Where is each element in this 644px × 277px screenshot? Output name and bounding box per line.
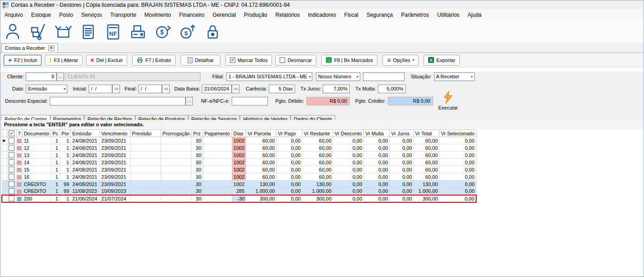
cell[interactable]: 60,00 <box>302 137 333 144</box>
exportar-button[interactable]: X Exportar <box>424 55 460 66</box>
cell[interactable]: 0,00 <box>390 144 414 152</box>
select-all-checkbox[interactable]: ✓ <box>9 130 14 136</box>
column-header[interactable]: Prorrogação <box>161 130 191 137</box>
cell[interactable]: 0,00 <box>364 181 390 188</box>
cell[interactable]: 1 <box>51 159 60 166</box>
cell[interactable]: 30 <box>191 188 203 195</box>
cell[interactable]: 1002 <box>232 159 246 166</box>
desconto-lookup-button[interactable]: ... <box>186 97 193 105</box>
cell[interactable]: 0,00 <box>364 137 390 144</box>
calendar-icon[interactable]: 15 <box>112 85 120 93</box>
menu-item-arquivo[interactable]: Arquivo <box>0 10 27 19</box>
lock-icon[interactable] <box>202 22 223 42</box>
cash-register-icon[interactable] <box>128 22 148 42</box>
cell[interactable]: 23/09/2021 <box>100 137 130 144</box>
cell[interactable] <box>161 159 191 166</box>
cell[interactable] <box>203 195 232 202</box>
column-header[interactable]: Vr Pago <box>277 130 302 137</box>
box-icon[interactable] <box>53 22 74 42</box>
cell[interactable]: 0,00 <box>439 137 476 144</box>
cell[interactable] <box>161 152 191 159</box>
column-header[interactable]: Vr Selecionado <box>439 130 476 137</box>
cell[interactable]: 0,00 <box>333 173 364 181</box>
cell[interactable]: 60,00 <box>302 166 333 173</box>
cell[interactable] <box>203 144 232 152</box>
cell[interactable]: 1 <box>51 144 60 152</box>
cell[interactable]: 1.000,00 <box>414 188 439 195</box>
column-header[interactable]: ? <box>16 130 22 137</box>
menu-item-ajuda[interactable]: Ajuda <box>463 10 486 19</box>
menu-item-produção[interactable]: Produção <box>240 10 271 19</box>
cell[interactable]: 300,00 <box>246 195 277 202</box>
cell[interactable]: 0,00 <box>364 188 390 195</box>
carencia-input[interactable] <box>269 85 295 93</box>
handtruck-icon[interactable] <box>28 22 49 42</box>
cell[interactable] <box>130 159 161 166</box>
cell[interactable]: 60,00 <box>302 152 333 159</box>
inicial-input[interactable] <box>89 85 112 93</box>
column-header[interactable]: Vencimento <box>100 130 130 137</box>
cell[interactable]: -30 <box>232 195 246 202</box>
marcar-todos-button[interactable]: ✓ Marcar Todos <box>225 55 272 66</box>
cell[interactable]: 0,00 <box>364 173 390 181</box>
cell[interactable]: 0,00 <box>390 166 414 173</box>
cell[interactable]: 0,00 <box>364 166 390 173</box>
cell[interactable]: 23/09/2021 <box>100 181 130 188</box>
cell[interactable]: 23/09/2021 <box>100 159 130 166</box>
column-header[interactable]: Vr Restante <box>302 130 333 137</box>
cell[interactable]: 23/09/2021 <box>100 166 130 173</box>
column-header[interactable]: Dias <box>232 130 246 137</box>
opcoes-button[interactable]: ≡ Opções ▾ <box>382 55 419 66</box>
cell[interactable] <box>161 144 191 152</box>
column-header[interactable]: Previsão <box>130 130 161 137</box>
cell[interactable]: 60,00 <box>246 144 277 152</box>
cell[interactable]: 1 <box>60 159 71 166</box>
cell[interactable]: 11 <box>22 137 51 144</box>
row-checkbox[interactable] <box>9 152 14 158</box>
cell[interactable]: 0,00 <box>277 137 302 144</box>
cell[interactable] <box>203 181 232 188</box>
cell[interactable]: 1002 <box>232 181 246 188</box>
cell[interactable]: 0,00 <box>364 195 390 202</box>
cell[interactable]: 0,00 <box>390 152 414 159</box>
nf-document-icon[interactable]: NF <box>103 22 124 42</box>
cell[interactable] <box>130 137 161 144</box>
cell[interactable]: 23/09/2021 <box>100 173 130 181</box>
cell[interactable]: 1002 <box>232 144 246 152</box>
cell[interactable] <box>130 181 161 188</box>
cell[interactable]: 30 <box>191 144 203 152</box>
cell[interactable]: 60,00 <box>246 137 277 144</box>
desconto-especial-input[interactable] <box>50 97 186 105</box>
cell[interactable] <box>203 152 232 159</box>
cell[interactable]: 11/08/2023 <box>71 188 100 195</box>
cell[interactable]: 1 <box>51 152 60 159</box>
menu-item-gerencial[interactable]: Gerencial <box>209 10 240 19</box>
cell[interactable] <box>203 188 232 195</box>
cell[interactable]: 0,00 <box>333 181 364 188</box>
column-header[interactable]: Pc <box>51 130 60 137</box>
cell[interactable]: 14 <box>22 159 51 166</box>
cell[interactable]: 60,00 <box>414 166 439 173</box>
cell[interactable]: 0,00 <box>439 152 476 159</box>
menu-item-indicadores[interactable]: Indicadores <box>304 10 340 19</box>
cell[interactable]: 60,00 <box>246 173 277 181</box>
cell[interactable] <box>130 152 161 159</box>
column-header[interactable]: Vr Juros <box>390 130 414 137</box>
cell[interactable]: 24/08/2021 <box>71 152 100 159</box>
cell[interactable]: 1 <box>51 181 60 188</box>
row-checkbox[interactable] <box>9 167 14 172</box>
cell[interactable] <box>130 195 161 202</box>
table-row[interactable]: 131124/08/202123/09/202130100260,000,006… <box>2 152 476 159</box>
cell[interactable]: 30 <box>191 159 203 166</box>
cell[interactable]: 130,00 <box>414 181 439 188</box>
filial-select[interactable]: 1 - BRAJAN SISTEMAS LTDA - ME ▾ <box>226 72 312 81</box>
cell[interactable]: 0,00 <box>333 166 364 173</box>
detalhar-button[interactable]: Detalhar <box>181 55 220 66</box>
tx-multa-input[interactable] <box>378 85 406 93</box>
cell[interactable]: 0,00 <box>390 137 414 144</box>
cell[interactable]: CREDITO <box>22 181 51 188</box>
excluir-button[interactable]: × Del | Excluir <box>86 55 128 66</box>
cliente-codigo-input[interactable] <box>26 72 57 81</box>
cell[interactable]: 0,00 <box>439 159 476 166</box>
cell[interactable]: 30 <box>191 152 203 159</box>
